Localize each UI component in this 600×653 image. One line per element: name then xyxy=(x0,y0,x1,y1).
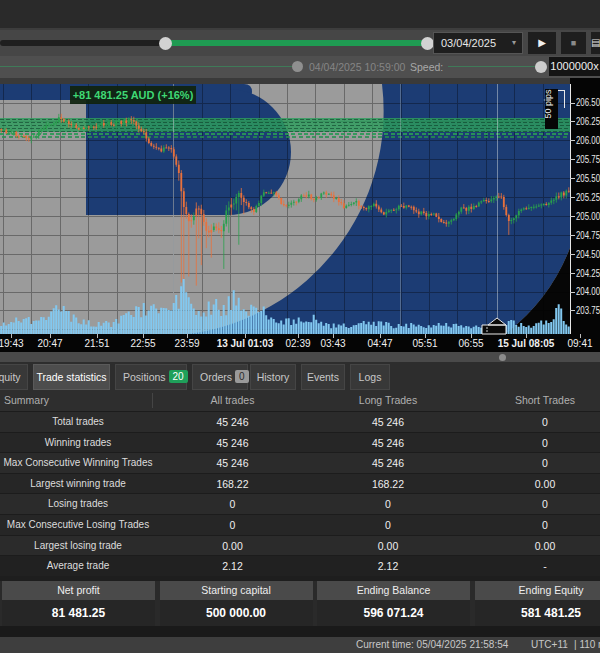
svg-text:205.25: 205.25 xyxy=(576,192,600,203)
svg-text:02:39: 02:39 xyxy=(285,338,310,349)
svg-text:203.75: 203.75 xyxy=(576,305,600,316)
svg-text:15 Jul 08:05: 15 Jul 08:05 xyxy=(498,338,555,349)
svg-text:05:51: 05:51 xyxy=(412,338,437,349)
svg-text:21:51: 21:51 xyxy=(84,338,109,349)
svg-text:206.25: 206.25 xyxy=(576,116,600,127)
svg-text:06:55: 06:55 xyxy=(458,338,483,349)
svg-text:205.50: 205.50 xyxy=(576,173,600,184)
svg-text:+81 481.25 AUD (+16%): +81 481.25 AUD (+16%) xyxy=(73,89,194,101)
svg-text:204.50: 204.50 xyxy=(576,249,600,260)
svg-text:13 Jul 01:03: 13 Jul 01:03 xyxy=(217,338,274,349)
svg-text:22:55: 22:55 xyxy=(130,338,155,349)
svg-text:204.75: 204.75 xyxy=(576,230,600,241)
svg-text:206.00: 206.00 xyxy=(576,135,600,146)
svg-text:206.50: 206.50 xyxy=(576,97,600,108)
svg-text:50 pips: 50 pips xyxy=(543,89,553,119)
svg-text:19:43: 19:43 xyxy=(0,338,24,349)
svg-text:09:41: 09:41 xyxy=(567,338,592,349)
svg-text:205.00: 205.00 xyxy=(576,211,600,222)
svg-text:204.25: 204.25 xyxy=(576,268,600,279)
svg-text:23:59: 23:59 xyxy=(174,338,199,349)
svg-text:204.00: 204.00 xyxy=(576,286,600,297)
svg-text:04:47: 04:47 xyxy=(367,338,392,349)
svg-text:20:47: 20:47 xyxy=(37,338,62,349)
svg-text:03:43: 03:43 xyxy=(320,338,345,349)
svg-text:205.75: 205.75 xyxy=(576,154,600,165)
